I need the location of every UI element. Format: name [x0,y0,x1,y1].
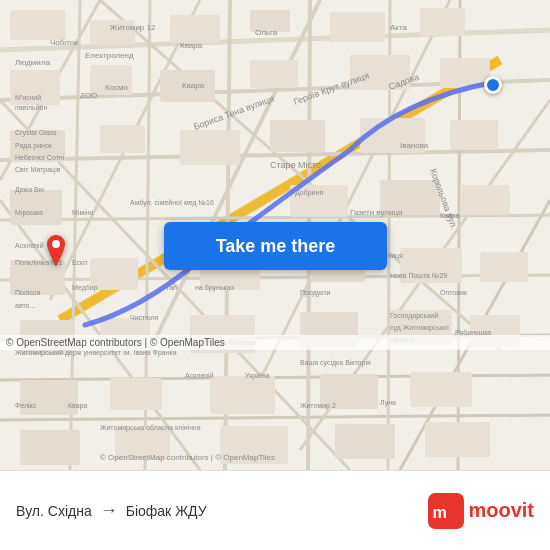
svg-text:Людмила: Людмила [15,58,50,67]
svg-rect-33 [10,190,62,225]
svg-text:Добриня: Добриня [295,189,323,197]
svg-text:Асклепій: Асклепій [15,242,44,249]
svg-text:Іванова: Іванова [400,141,429,150]
svg-text:ZOO: ZOO [80,91,97,100]
svg-text:Продукти: Продукти [300,289,331,297]
svg-text:авто...: авто... [15,302,35,309]
svg-text:Україна: Україна [245,372,270,380]
svg-rect-42 [480,252,528,282]
svg-text:Квара: Квара [440,212,460,220]
svg-rect-29 [180,130,240,165]
svg-rect-17 [170,15,220,43]
svg-rect-53 [410,372,472,407]
svg-text:Електроленд: Електроленд [85,51,134,60]
svg-text:Рада ринок: Рада ринок [15,142,53,150]
svg-text:m: m [433,503,447,521]
footer: Вул. Східна → Біофак ЖДУ m moovit [0,470,550,550]
moovit-logo-icon: m [428,493,464,529]
svg-text:Житомирський держ університет : Житомирський держ університет ім. Івана … [15,349,177,357]
svg-rect-51 [210,376,275,414]
svg-text:Чистюля: Чистюля [130,314,158,321]
svg-text:© OpenStreetMap contributors |: © OpenStreetMap contributors | © OpenMap… [100,453,275,462]
svg-rect-19 [330,12,385,42]
moovit-logo-text: moovit [468,499,534,522]
take-me-there-button[interactable]: Take me there [164,222,387,270]
app-container: Бориса Тена вулиця Героїв Крут вулиця Са… [0,0,550,550]
destination-marker [484,76,502,94]
svg-text:Житомир 12: Житомир 12 [110,23,156,32]
svg-rect-49 [20,380,78,415]
origin-marker [42,235,70,275]
svg-text:Квара: Квара [180,41,203,50]
svg-text:Crystal Glass: Crystal Glass [15,129,57,137]
svg-text:Yan: Yan [165,284,177,291]
svg-rect-15 [10,10,65,40]
svg-rect-50 [110,378,162,410]
svg-text:Газети вулиця: Газети вулиця [350,208,402,217]
svg-text:Міміно: Міміно [72,209,94,216]
svg-text:Асклепій: Асклепій [185,372,214,379]
svg-rect-58 [425,422,490,457]
moovit-logo: m moovit [428,493,534,529]
svg-text:Полісся: Полісся [15,289,40,296]
svg-text:Акта: Акта [390,23,408,32]
footer-route: Вул. Східна → Біофак ЖДУ [16,500,207,521]
svg-text:Амбул. сімейної мед №16: Амбул. сімейної мед №16 [130,199,214,207]
svg-text:Луна: Луна [380,399,396,407]
svg-text:Ескіт: Ескіт [72,259,89,266]
svg-text:Квара: Квара [182,81,205,90]
svg-text:Житомир 2: Житомир 2 [300,402,336,410]
footer-to-label: Біофак ЖДУ [126,503,207,519]
footer-from-label: Вул. Східна [16,503,92,519]
svg-text:Світ Матраців: Світ Матраців [15,166,61,174]
svg-text:Нова Пошта №29: Нова Пошта №29 [390,272,447,279]
svg-text:Мірошка: Мірошка [15,209,43,217]
svg-text:Ольга: Ольга [255,28,278,37]
map-area[interactable]: Бориса Тена вулиця Героїв Крут вулиця Са… [0,0,550,470]
svg-text:Фелікс: Фелікс [15,402,37,409]
svg-text:Старе Місто: Старе Місто [270,160,321,170]
svg-text:Ваша сусідка Вікторія: Ваша сусідка Вікторія [300,359,371,367]
svg-text:Небесної Сотні: Небесної Сотні [15,154,65,161]
svg-text:Квара: Квара [68,402,88,410]
svg-rect-20 [420,8,465,36]
svg-rect-54 [20,430,80,465]
svg-text:Господарський: Господарський [390,312,438,320]
svg-text:на бруньках: на бруньках [195,284,235,292]
svg-text:павільйон: павільйон [15,104,47,111]
svg-rect-57 [335,424,395,459]
svg-text:суд Житомирської: суд Житомирської [390,324,449,332]
svg-point-120 [52,240,60,248]
svg-text:Оптовик: Оптовик [440,289,468,296]
svg-text:Житомирська обласна клінічна: Житомирська обласна клінічна [100,424,201,432]
svg-text:Дежа Вю: Дежа Вю [15,186,44,194]
svg-rect-36 [460,185,510,215]
svg-text:Медбор: Медбор [72,284,98,292]
footer-arrow-icon: → [100,500,118,521]
svg-text:Космо: Космо [105,83,129,92]
svg-rect-30 [270,120,325,152]
svg-text:Чобіток: Чобіток [50,38,78,47]
svg-rect-24 [250,60,298,88]
svg-rect-32 [450,120,498,150]
svg-rect-28 [100,125,145,153]
map-attribution: © OpenStreetMap contributors | © OpenMap… [0,335,550,350]
svg-text:М'ясний: М'ясний [15,94,41,101]
